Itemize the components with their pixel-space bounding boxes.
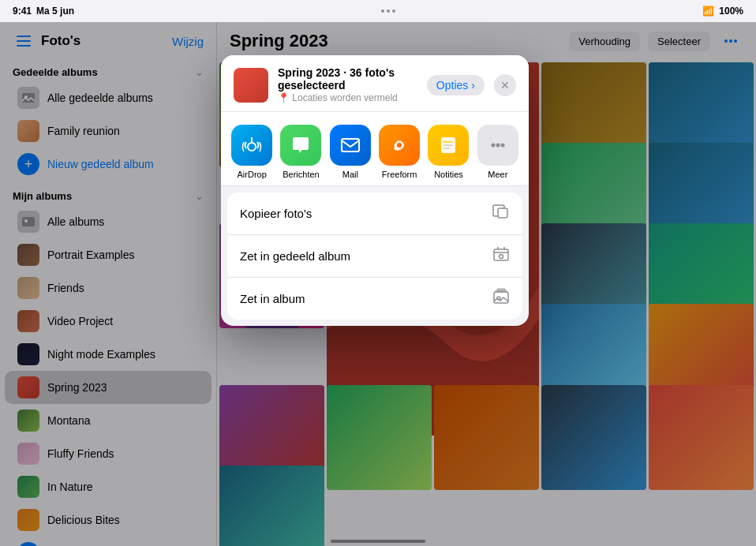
svg-point-24	[248, 143, 256, 151]
kopieer-label: Kopieer foto's	[240, 207, 312, 220]
share-close-button[interactable]: ✕	[494, 74, 516, 96]
time-display: 9:41	[13, 6, 32, 17]
status-bar-center	[381, 9, 395, 13]
messages-icon	[280, 125, 321, 166]
battery-display: 100%	[719, 6, 743, 17]
share-sheet: Spring 2023 · 36 foto's geselecteerd 📍 L…	[221, 55, 529, 326]
app-icons-row: AirDrop Berichten Mail	[221, 112, 529, 186]
mail-app-item[interactable]: Mail	[327, 125, 374, 179]
notities-app-item[interactable]: Notities	[425, 125, 472, 179]
airdrop-icon	[231, 125, 272, 166]
svg-point-26	[397, 143, 402, 148]
airdrop-app-item[interactable]: AirDrop	[228, 125, 275, 179]
svg-point-32	[496, 144, 500, 148]
gedeeld-album-label: Zet in gedeeld album	[240, 249, 350, 263]
airdrop-label: AirDrop	[238, 170, 267, 179]
svg-point-33	[500, 144, 504, 148]
share-header-subtitle: 📍 Locaties worden vermeld	[278, 92, 417, 103]
location-icon: 📍	[278, 92, 292, 103]
shared-album-icon	[492, 245, 510, 267]
status-bar-right: 📶 100%	[702, 6, 743, 17]
freeform-app-item[interactable]: Freeform	[376, 125, 423, 179]
close-icon: ✕	[500, 79, 510, 92]
more-icon	[477, 125, 518, 166]
meer-label: Meer	[488, 170, 507, 179]
notities-label: Notities	[434, 170, 463, 179]
album-action-item[interactable]: Zet in album	[227, 278, 522, 320]
freeform-icon	[379, 125, 420, 166]
gedeeld-album-action-item[interactable]: Zet in gedeeld album	[227, 235, 522, 278]
share-options-button[interactable]: Opties ›	[427, 75, 485, 95]
action-list: Kopieer foto's Zet in gedeeld album	[227, 193, 522, 320]
berichten-app-item[interactable]: Berichten	[277, 125, 324, 179]
album-icon	[492, 288, 510, 309]
mail-label: Mail	[342, 170, 358, 179]
album-label: Zet in album	[240, 292, 305, 305]
mail-icon	[330, 125, 371, 166]
share-sheet-header: Spring 2023 · 36 foto's geselecteerd 📍 L…	[221, 55, 529, 112]
wifi-icon: 📶	[702, 6, 714, 17]
svg-rect-34	[498, 208, 507, 218]
copy-icon	[492, 203, 510, 224]
share-thumbnail	[234, 68, 268, 103]
berichten-label: Berichten	[283, 170, 319, 179]
svg-rect-41	[497, 289, 505, 290]
svg-rect-25	[342, 139, 359, 151]
share-header-title: Spring 2023 · 36 foto's geselecteerd	[278, 66, 417, 92]
kopieer-action-item[interactable]: Kopieer foto's	[227, 193, 522, 235]
svg-point-36	[500, 255, 503, 259]
notes-icon	[428, 125, 469, 166]
date-display: Ma 5 jun	[36, 6, 74, 17]
status-bar: 9:41 Ma 5 jun 📶 100%	[0, 0, 756, 22]
svg-rect-39	[494, 292, 508, 303]
freeform-label: Freeform	[382, 170, 417, 179]
svg-point-31	[491, 144, 495, 148]
status-bar-left: 9:41 Ma 5 jun	[13, 6, 74, 17]
share-header-info: Spring 2023 · 36 foto's geselecteerd 📍 L…	[278, 66, 417, 103]
meer-app-item[interactable]: Meer	[474, 125, 522, 179]
